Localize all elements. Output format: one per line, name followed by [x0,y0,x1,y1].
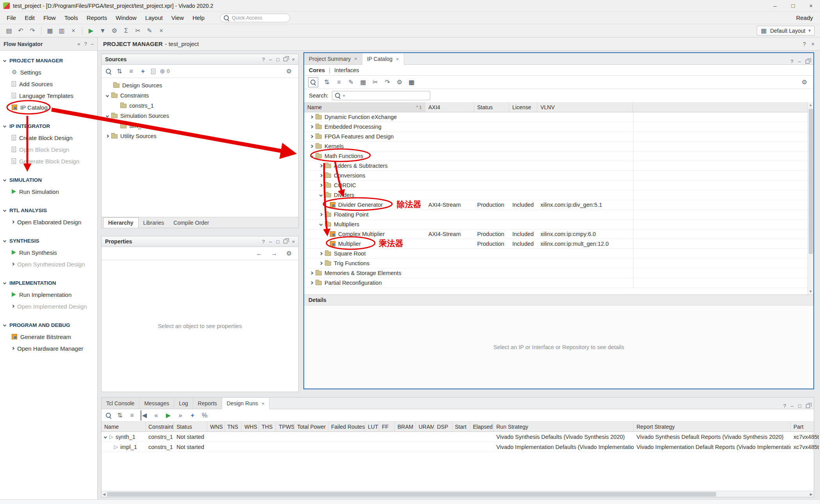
ip-row-embedded-processing[interactable]: Embedded Processing [304,122,813,132]
expand-all-icon[interactable]: ≡ [335,77,342,87]
settings-gear-icon[interactable]: ⚙ [109,26,119,36]
column-header[interactable]: DSP [434,422,452,431]
column-header[interactable]: WHS [242,422,259,431]
search-icon[interactable] [106,69,111,74]
column-header[interactable]: THS [259,422,276,431]
column-header[interactable]: WNS [207,422,225,431]
sidebar-item-open-implemented-design[interactable]: Open Implemented Design [0,300,97,312]
ip-row-divider-generator[interactable]: Divider GeneratorAXI4-StreamProductionIn… [304,200,813,210]
column-header[interactable]: Run Strategy [494,422,634,431]
help-icon[interactable]: ? [262,57,265,62]
chevron-right-icon[interactable] [319,184,323,187]
float-icon[interactable] [806,404,810,408]
maximize-icon[interactable]: □ [276,239,280,245]
column-header-axi4[interactable]: AXI4 [425,102,474,112]
subtab-interfaces[interactable]: Interfaces [334,67,359,73]
menu-tools[interactable]: Tools [60,13,82,23]
settings-gear-icon[interactable]: ⚙ [284,248,294,259]
help-icon[interactable]: ? [84,41,87,47]
window-close-button[interactable]: × [802,0,820,12]
column-header[interactable]: Failed Routes [328,422,365,431]
close-icon[interactable]: × [396,56,399,62]
expand-all-icon[interactable]: ≡ [128,410,135,421]
percentage-icon[interactable]: % [201,410,208,421]
program-debug-button[interactable]: ▼ [98,26,108,36]
help-icon[interactable]: ? [791,59,793,64]
redo-button[interactable]: ↷ [27,26,37,36]
undo-button[interactable]: ↶ [16,26,26,36]
column-header-vlnv[interactable]: VLNV [537,102,633,112]
run-row-synth-1[interactable]: ▷synth_1 constrs_1 Not started Vivado Sy… [102,432,814,442]
chevron-right-icon[interactable] [310,115,313,119]
help-icon[interactable]: ? [262,239,265,245]
close-icon[interactable]: × [811,41,815,47]
target-icon[interactable]: ⚙ [396,77,403,87]
column-header[interactable]: Status [174,422,207,431]
column-header[interactable]: Elapsed [470,422,494,431]
ip-row-floating-point[interactable]: Floating Point [304,210,813,220]
tree-item-constraints[interactable]: Constraints [102,91,298,101]
sidebar-item-create-block-design[interactable]: Create Block Design [0,132,97,144]
column-header-license[interactable]: License [509,102,537,112]
column-header[interactable]: Report Strategy [634,422,791,431]
first-icon[interactable]: ◀ [141,410,148,421]
ip-row-math-functions[interactable]: Math Functions [304,151,813,161]
tab-tcl-console[interactable]: Tcl Console [102,398,139,409]
menu-window[interactable]: Window [111,13,141,23]
chevron-right-icon[interactable] [310,145,313,148]
tab-hierarchy[interactable]: Hierarchy [103,217,139,228]
minimize-panel-icon[interactable]: – [91,41,94,47]
chevron-down-icon[interactable] [319,223,323,226]
minimize-icon[interactable]: – [791,403,793,409]
close-icon[interactable]: × [292,57,295,62]
chevron-down-icon[interactable] [310,154,313,158]
column-header[interactable]: LUT [365,422,379,431]
column-header[interactable]: TNS [225,422,242,431]
chevron-right-icon[interactable] [106,135,109,138]
save-button[interactable]: ▤ [4,26,14,36]
scroll-left-icon[interactable]: ◀ [103,492,105,497]
column-header[interactable]: URAM [416,422,434,431]
maximize-icon[interactable]: □ [276,57,280,62]
minimize-icon[interactable]: – [269,239,272,245]
column-header-name[interactable]: Name^ 1 [304,102,425,112]
column-header[interactable]: BRAM [395,422,416,431]
ip-row-dividers[interactable]: Dividers [304,190,813,200]
menu-layout[interactable]: Layout [141,13,167,23]
ip-row-cordic[interactable]: CORDIC [304,181,813,190]
chevron-right-icon[interactable] [319,174,323,177]
settings-gear-icon[interactable]: ⚙ [799,77,809,87]
report-sigma-button[interactable]: Σ [121,26,131,36]
ip-row-multipliers[interactable]: Multipliers [304,220,813,229]
section-header-ip-integrator[interactable]: IP INTEGRATOR [0,120,97,132]
close-icon[interactable]: × [262,401,265,406]
horizontal-scrollbar[interactable]: ◀ ▶ [102,491,814,497]
section-header-implementation[interactable]: IMPLEMENTATION [0,277,97,289]
chevron-right-icon[interactable] [319,262,323,265]
tab-project-summary[interactable]: Project Summary× [304,53,362,64]
maximize-icon[interactable]: □ [798,403,801,409]
column-header[interactable]: TPWS [276,422,294,431]
scroll-up-icon[interactable]: ▲ [809,102,813,108]
column-header[interactable]: Name [102,422,146,431]
delete-button[interactable]: × [68,26,78,36]
float-icon[interactable] [806,60,809,64]
collapse-panel-icon[interactable]: « [77,41,80,47]
chevron-right-icon[interactable] [319,252,323,255]
report-icon[interactable] [151,69,155,74]
tree-item-constrs-1[interactable]: constrs_1 [102,101,298,111]
tab-libraries[interactable]: Libraries [139,217,169,228]
ip-row-kernels[interactable]: Kernels [304,142,813,151]
collapse-all-icon[interactable]: ⇅ [116,410,123,421]
section-header-synthesis[interactable]: SYNTHESIS [0,235,97,247]
back-icon[interactable]: ← [254,248,264,259]
tree-item-design-sources[interactable]: Design Sources [102,80,298,91]
column-header[interactable]: Part [791,422,820,431]
menu-help[interactable]: Help [188,13,209,23]
copy-button[interactable]: ▦ [45,26,55,36]
sidebar-item-open-elaborated-design[interactable]: Open Elaborated Design [0,216,97,228]
edit-button[interactable]: ✎ [144,26,155,36]
chevron-down-icon[interactable] [104,435,107,438]
sidebar-item-ip-catalog[interactable]: IP Catalog [0,101,97,113]
column-header-status[interactable]: Status [474,102,509,112]
